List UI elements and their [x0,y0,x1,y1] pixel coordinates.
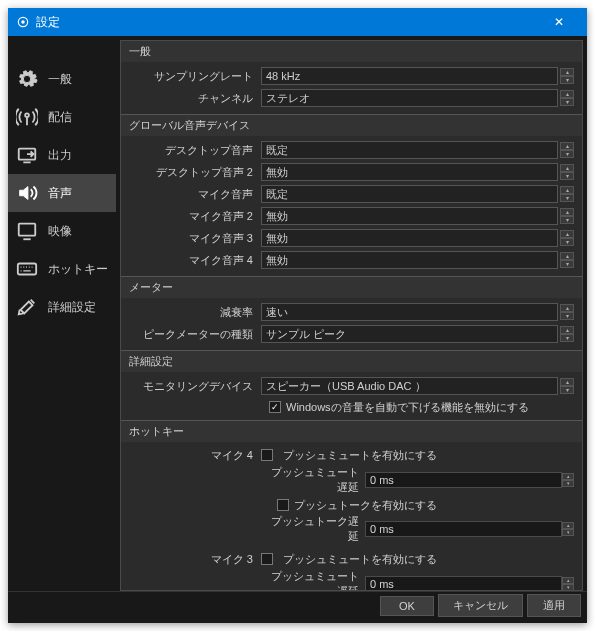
footer: OK キャンセル 適用 [8,591,587,619]
desktop-audio-2-select[interactable]: 無効 [261,163,558,181]
ptm-delay-input[interactable]: 0 ms [365,472,562,488]
ptt-delay-input[interactable]: 0 ms [365,521,562,537]
sidebar-item-audio[interactable]: 音声 [8,174,116,212]
sidebar-item-label: 配信 [48,109,72,126]
sample-rate-select[interactable]: 48 kHz [261,67,558,85]
mic-audio-2-select[interactable]: 無効 [261,207,558,225]
channels-label: チャンネル [129,91,261,106]
section-global-audio: グローバル音声デバイス デスクトップ音声既定▴▾ デスクトップ音声 2無効▴▾ … [121,115,582,277]
sidebar-item-label: 詳細設定 [48,299,96,316]
svg-rect-3 [19,224,36,236]
keyboard-icon [16,258,38,280]
ptm-delay-label: プッシュミュート遅延 [269,465,365,495]
ptm-enable-checkbox[interactable] [261,449,273,461]
mic-audio-3-label: マイク音声 3 [129,231,261,246]
channels-select[interactable]: ステレオ [261,89,558,107]
monitoring-device-label: モニタリングデバイス [129,379,261,394]
spin-down-icon[interactable]: ▾ [560,98,574,106]
ptt-delay-label: プッシュトーク遅延 [269,514,365,544]
decay-rate-label: 減衰率 [129,305,261,320]
mic-audio-4-select[interactable]: 無効 [261,251,558,269]
sidebar-item-advanced[interactable]: 詳細設定 [8,288,116,326]
ptm-enable-checkbox[interactable] [261,553,273,565]
sidebar-item-label: 音声 [48,185,72,202]
peak-meter-select[interactable]: サンプル ピーク [261,325,558,343]
app-icon [16,15,30,29]
mic-audio-2-label: マイク音声 2 [129,209,261,224]
sidebar: 一般 配信 出力 音声 映像 ホットキー [8,36,116,591]
sidebar-item-output[interactable]: 出力 [8,136,116,174]
content-pane: 一般 サンプリングレート 48 kHz ▴▾ チャンネル ステレオ ▴▾ グロー… [120,40,583,591]
section-header: 一般 [121,41,582,62]
close-button[interactable]: ✕ [539,15,579,29]
cancel-button[interactable]: キャンセル [438,594,523,617]
section-hotkeys: ホットキー マイク 4 プッシュミュートを有効にする プッシュミュート遅延 0 … [121,421,582,591]
output-icon [16,144,38,166]
antenna-icon [16,106,38,128]
section-advanced: 詳細設定 モニタリングデバイススピーカー（USB Audio DAC ）▴▾ W… [121,351,582,421]
mic-audio-label: マイク音声 [129,187,261,202]
tools-icon [16,296,38,318]
decay-rate-select[interactable]: 速い [261,303,558,321]
sidebar-item-label: 出力 [48,147,72,164]
section-header: 詳細設定 [121,351,582,372]
spin-up-icon[interactable]: ▴ [560,68,574,76]
speaker-icon [16,182,38,204]
sidebar-item-label: 一般 [48,71,72,88]
mic-audio-3-select[interactable]: 無効 [261,229,558,247]
section-general: 一般 サンプリングレート 48 kHz ▴▾ チャンネル ステレオ ▴▾ [121,41,582,115]
disable-ducking-label: Windowsの音量を自動で下げる機能を無効にする [286,400,529,415]
disable-ducking-checkbox[interactable] [269,401,281,413]
sidebar-item-general[interactable]: 一般 [8,60,116,98]
ptt-enable-checkbox[interactable] [277,499,289,511]
titlebar: 設定 ✕ [8,8,587,36]
ptm-delay-input[interactable]: 0 ms [365,576,562,591]
hotkey-group-mic3-label: マイク 3 [129,552,261,567]
mic-audio-select[interactable]: 既定 [261,185,558,203]
section-meter: メーター 減衰率速い▴▾ ピークメーターの種類サンプル ピーク▴▾ [121,277,582,351]
window-title: 設定 [36,14,539,31]
ok-button[interactable]: OK [380,596,434,616]
ptm-enable-label: プッシュミュートを有効にする [283,448,437,463]
svg-point-1 [21,20,25,24]
sidebar-item-stream[interactable]: 配信 [8,98,116,136]
spin-up-icon[interactable]: ▴ [560,90,574,98]
hotkey-group-mic4-label: マイク 4 [129,448,261,463]
sample-rate-label: サンプリングレート [129,69,261,84]
mic-audio-4-label: マイク音声 4 [129,253,261,268]
gear-icon [16,68,38,90]
section-header: メーター [121,277,582,298]
desktop-audio-select[interactable]: 既定 [261,141,558,159]
desktop-audio-label: デスクトップ音声 [129,143,261,158]
apply-button[interactable]: 適用 [527,594,581,617]
ptt-enable-label: プッシュトークを有効にする [294,498,437,513]
peak-meter-label: ピークメーターの種類 [129,327,261,342]
sidebar-item-hotkeys[interactable]: ホットキー [8,250,116,288]
monitor-icon [16,220,38,242]
spin-down-icon[interactable]: ▾ [560,76,574,84]
ptm-enable-label: プッシュミュートを有効にする [283,552,437,567]
monitoring-device-select[interactable]: スピーカー（USB Audio DAC ） [261,377,558,395]
svg-rect-4 [18,264,36,275]
section-header: グローバル音声デバイス [121,115,582,136]
desktop-audio-2-label: デスクトップ音声 2 [129,165,261,180]
settings-window: 設定 ✕ 一般 配信 出力 音声 映像 [8,8,587,623]
sidebar-item-video[interactable]: 映像 [8,212,116,250]
sidebar-item-label: ホットキー [48,261,108,278]
ptm-delay-label: プッシュミュート遅延 [269,569,365,591]
section-header: ホットキー [121,421,582,442]
sidebar-item-label: 映像 [48,223,72,240]
